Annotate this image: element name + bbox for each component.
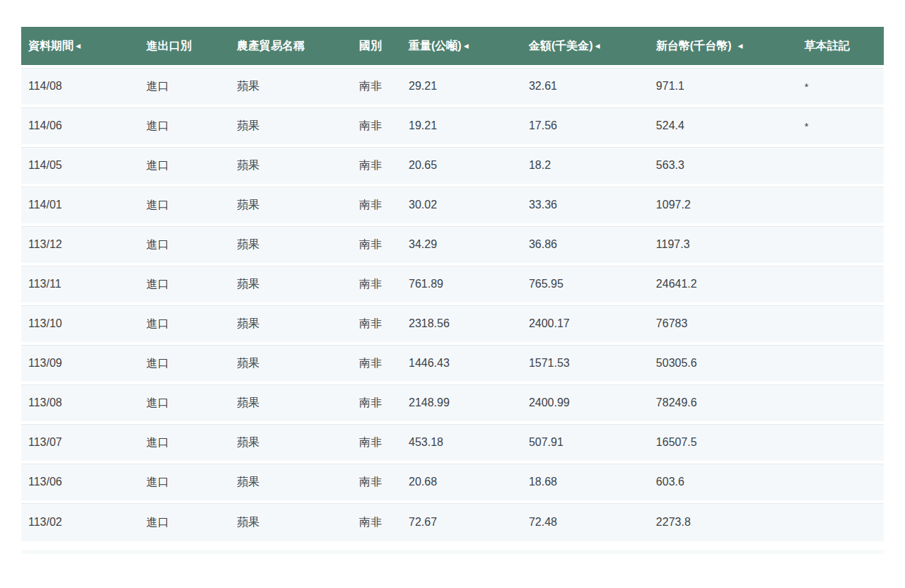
cell-direction: 進口: [139, 383, 230, 423]
column-header-label: 金額(千美金): [529, 40, 593, 52]
table-row: 113/11進口蘋果南非761.89765.9524641.2: [21, 264, 884, 304]
cell-amount_twd: 971.1: [649, 66, 798, 106]
cell-weight: 20.68: [402, 462, 522, 502]
cell-amount_twd: 524.4: [649, 106, 798, 146]
partial-next-row: [21, 550, 884, 554]
cell-amount_twd: 563.3: [649, 146, 798, 185]
table-row: 113/10進口蘋果南非2318.562400.1776783: [21, 304, 884, 343]
cell-amount_usd: 2400.99: [522, 383, 649, 423]
cell-note: [798, 343, 884, 383]
cell-weight: 2148.99: [402, 383, 522, 423]
table-row: 114/01進口蘋果南非30.0233.361097.2: [21, 185, 884, 225]
cell-country: 南非: [352, 185, 402, 225]
cell-period: 113/02: [21, 502, 139, 541]
cell-note: [798, 462, 884, 502]
cell-amount_usd: 32.61: [522, 66, 649, 106]
cell-product: 蘋果: [230, 423, 352, 462]
cell-note: [798, 423, 884, 462]
cell-period: 114/01: [21, 185, 139, 225]
cell-direction: 進口: [139, 106, 230, 146]
cell-note: [798, 383, 884, 423]
cell-amount_usd: 507.91: [522, 423, 649, 462]
cell-period: 113/07: [21, 423, 139, 462]
cell-amount_usd: 765.95: [522, 264, 649, 304]
sort-indicator-icon: ◀: [76, 42, 81, 49]
cell-country: 南非: [352, 423, 402, 462]
column-header-weight[interactable]: 重量(公噸)◀: [402, 27, 522, 66]
cell-note: *: [798, 106, 884, 146]
cell-period: 114/06: [21, 106, 139, 146]
cell-note: *: [798, 66, 884, 106]
cell-amount_twd: 2273.8: [649, 502, 798, 541]
table-row: 113/12進口蘋果南非34.2936.861197.3: [21, 225, 884, 264]
cell-product: 蘋果: [230, 304, 352, 343]
column-header-label: 新台幣(千台幣): [656, 40, 732, 52]
cell-amount_usd: 17.56: [522, 106, 649, 146]
table-header-row: 資料期間◀進出口別農產貿易名稱國別重量(公噸)◀金額(千美金)◀新台幣(千台幣)…: [21, 27, 884, 66]
cell-direction: 進口: [139, 225, 230, 264]
cell-amount_twd: 16507.5: [649, 423, 798, 462]
column-header-label: 進出口別: [146, 40, 192, 52]
cell-country: 南非: [352, 502, 402, 541]
cell-country: 南非: [352, 462, 402, 502]
cell-product: 蘋果: [230, 185, 352, 225]
cell-amount_twd: 78249.6: [649, 383, 798, 423]
page: 資料期間◀進出口別農產貿易名稱國別重量(公噸)◀金額(千美金)◀新台幣(千台幣)…: [0, 0, 905, 588]
cell-direction: 進口: [139, 66, 230, 106]
cell-amount_usd: 33.36: [522, 185, 649, 225]
column-header-amount_usd[interactable]: 金額(千美金)◀: [522, 27, 649, 66]
cell-weight: 19.21: [402, 106, 522, 146]
cell-direction: 進口: [139, 423, 230, 462]
cell-period: 113/12: [21, 225, 139, 264]
cell-amount_twd: 1097.2: [649, 185, 798, 225]
cell-country: 南非: [352, 343, 402, 383]
table-row: 113/08進口蘋果南非2148.992400.9978249.6: [21, 383, 884, 423]
column-header-label: 重量(公噸): [409, 40, 462, 52]
cell-direction: 進口: [139, 304, 230, 343]
cell-country: 南非: [352, 383, 402, 423]
sort-indicator-icon: ◀: [738, 42, 743, 49]
column-header-label: 草本註記: [805, 40, 850, 52]
column-header-label: 國別: [359, 40, 382, 52]
cell-direction: 進口: [139, 502, 230, 541]
column-header-period[interactable]: 資料期間◀: [21, 27, 139, 66]
cell-product: 蘋果: [230, 502, 352, 541]
column-header-country: 國別: [352, 27, 402, 66]
cell-product: 蘋果: [230, 462, 352, 502]
cell-amount_twd: 24641.2: [649, 264, 798, 304]
cell-amount_twd: 76783: [649, 304, 798, 343]
cell-country: 南非: [352, 304, 402, 343]
cell-product: 蘋果: [230, 264, 352, 304]
cell-product: 蘋果: [230, 106, 352, 146]
cell-weight: 453.18: [402, 423, 522, 462]
cell-weight: 20.65: [402, 146, 522, 185]
sort-indicator-icon: ◀: [464, 42, 469, 49]
cell-amount_twd: 1197.3: [649, 225, 798, 264]
cell-product: 蘋果: [230, 343, 352, 383]
column-header-amount_twd[interactable]: 新台幣(千台幣)◀: [649, 27, 798, 66]
cell-weight: 1446.43: [402, 343, 522, 383]
cell-product: 蘋果: [230, 146, 352, 185]
table-header: 資料期間◀進出口別農產貿易名稱國別重量(公噸)◀金額(千美金)◀新台幣(千台幣)…: [21, 27, 884, 66]
table-row: 113/02進口蘋果南非72.6772.482273.8: [21, 502, 884, 541]
cell-direction: 進口: [139, 343, 230, 383]
cell-weight: 72.67: [402, 502, 522, 541]
cell-weight: 34.29: [402, 225, 522, 264]
cell-country: 南非: [352, 225, 402, 264]
column-header-product: 農產貿易名稱: [230, 27, 352, 66]
cell-product: 蘋果: [230, 66, 352, 106]
cell-country: 南非: [352, 106, 402, 146]
cell-amount_twd: 603.6: [649, 462, 798, 502]
cell-note: [798, 185, 884, 225]
cell-direction: 進口: [139, 185, 230, 225]
column-header-direction: 進出口別: [139, 27, 230, 66]
cell-period: 113/08: [21, 383, 139, 423]
cell-note: [798, 225, 884, 264]
cell-weight: 2318.56: [402, 304, 522, 343]
table-row: 114/06進口蘋果南非19.2117.56524.4*: [21, 106, 884, 146]
sort-indicator-icon: ◀: [595, 42, 600, 49]
column-header-label: 農產貿易名稱: [237, 40, 305, 52]
cell-period: 113/11: [21, 264, 139, 304]
table-row: 113/06進口蘋果南非20.6818.68603.6: [21, 462, 884, 502]
cell-period: 114/05: [21, 146, 139, 185]
